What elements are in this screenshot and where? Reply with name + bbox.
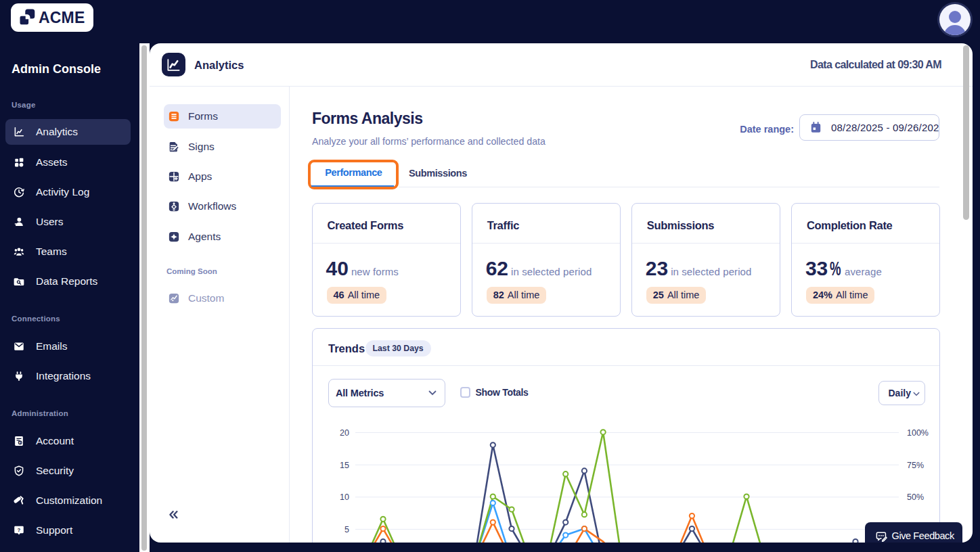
svg-text:10: 10 (340, 492, 349, 502)
svg-text:?: ? (18, 527, 21, 533)
svg-text:5: 5 (344, 525, 349, 534)
svg-text:20: 20 (340, 428, 349, 438)
svg-text:15: 15 (340, 461, 349, 470)
svg-text:50%: 50% (907, 492, 924, 502)
svg-text:75%: 75% (907, 461, 924, 470)
svg-text:100%: 100% (907, 428, 929, 438)
